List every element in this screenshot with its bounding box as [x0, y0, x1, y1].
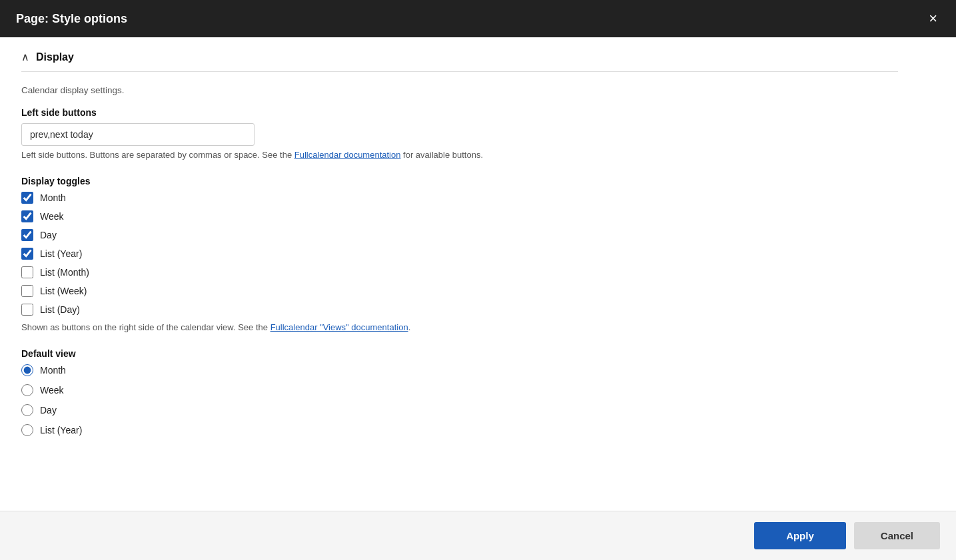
modal-title: Page: Style options: [16, 12, 127, 26]
display-toggles-label: Display toggles: [21, 176, 898, 186]
calendar-description: Calendar display settings.: [21, 85, 898, 95]
default-view-month: Month: [21, 364, 898, 376]
display-toggles-group: Display toggles Month Week Day List (Yea…: [21, 176, 898, 332]
default-view-list-year-label[interactable]: List (Year): [40, 425, 82, 435]
default-view-month-radio[interactable]: [21, 364, 33, 376]
modal-footer: Apply Cancel: [0, 511, 956, 560]
toggle-week: Week: [21, 210, 898, 222]
default-view-day-radio[interactable]: [21, 404, 33, 416]
toggle-week-checkbox[interactable]: [21, 210, 33, 222]
toggle-list-week: List (Week): [21, 285, 898, 297]
toggle-list-month-checkbox[interactable]: [21, 266, 33, 278]
toggle-day-checkbox[interactable]: [21, 229, 33, 241]
close-button[interactable]: ×: [926, 9, 940, 29]
display-toggles-hint: Shown as buttons on the right side of th…: [21, 322, 898, 332]
toggle-list-year: List (Year): [21, 248, 898, 260]
toggle-list-year-label[interactable]: List (Year): [40, 248, 82, 259]
default-view-day-label[interactable]: Day: [40, 405, 57, 416]
toggle-list-day: List (Day): [21, 304, 898, 316]
toggle-list-month: List (Month): [21, 266, 898, 278]
toggle-list-day-label[interactable]: List (Day): [40, 304, 80, 315]
left-side-buttons-input[interactable]: [21, 123, 254, 146]
modal-header: Page: Style options ×: [0, 0, 956, 37]
content-area: ∧ Display Calendar display settings. Lef…: [0, 37, 919, 479]
default-view-week: Week: [21, 384, 898, 396]
toggle-list-week-checkbox[interactable]: [21, 285, 33, 297]
apply-button[interactable]: Apply: [754, 522, 846, 549]
toggle-list-year-checkbox[interactable]: [21, 248, 33, 260]
fullcalendar-views-doc-link[interactable]: Fullcalendar "Views" documentation: [270, 322, 408, 332]
toggle-month-checkbox[interactable]: [21, 192, 33, 204]
toggle-week-label[interactable]: Week: [40, 211, 64, 222]
default-view-list-year: List (Year): [21, 424, 898, 436]
default-view-label: Default view: [21, 348, 898, 359]
toggle-list-day-checkbox[interactable]: [21, 304, 33, 316]
toggle-list-month-label[interactable]: List (Month): [40, 267, 89, 278]
default-view-week-label[interactable]: Week: [40, 385, 64, 396]
modal-container: Page: Style options × ∧ Display Calendar…: [0, 0, 956, 560]
section-toggle-icon[interactable]: ∧: [21, 51, 29, 63]
section-title: Display: [36, 51, 74, 63]
default-view-week-radio[interactable]: [21, 384, 33, 396]
default-view-group: Default view Month Week Day List (Year): [21, 348, 898, 436]
default-view-month-label[interactable]: Month: [40, 365, 66, 376]
modal-body: ∧ Display Calendar display settings. Lef…: [0, 37, 956, 511]
default-view-day: Day: [21, 404, 898, 416]
toggle-month-label[interactable]: Month: [40, 192, 66, 203]
toggle-day: Day: [21, 229, 898, 241]
section-header: ∧ Display: [21, 51, 898, 72]
left-side-buttons-label: Left side buttons: [21, 107, 898, 118]
fullcalendar-doc-link[interactable]: Fullcalendar documentation: [294, 150, 401, 160]
toggle-day-label[interactable]: Day: [40, 230, 57, 240]
toggle-list-week-label[interactable]: List (Week): [40, 286, 87, 296]
left-side-buttons-group: Left side buttons Left side buttons. But…: [21, 107, 898, 160]
cancel-button[interactable]: Cancel: [854, 522, 940, 549]
toggle-month: Month: [21, 192, 898, 204]
default-view-list-year-radio[interactable]: [21, 424, 33, 436]
left-side-buttons-hint: Left side buttons. Buttons are separated…: [21, 150, 898, 160]
